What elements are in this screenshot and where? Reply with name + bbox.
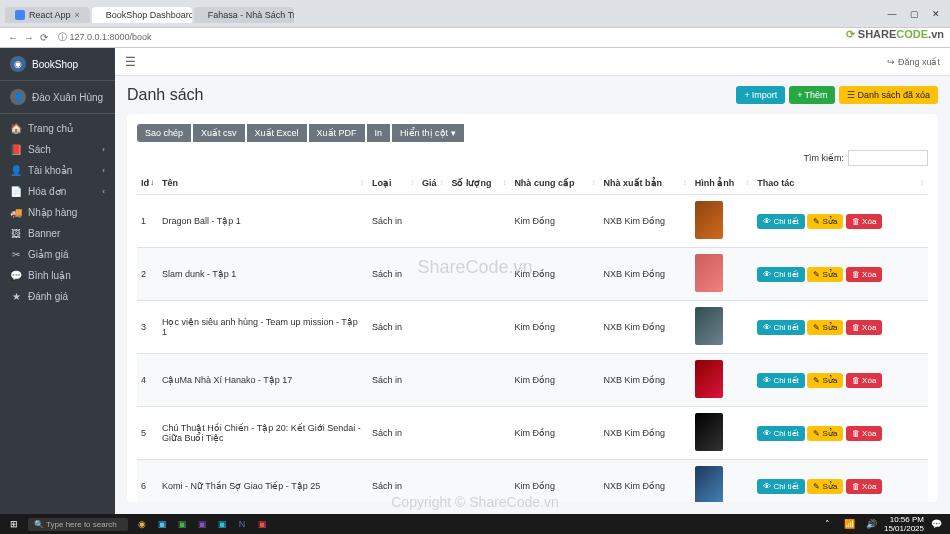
edit-button[interactable]: ✎ Sửa <box>807 267 843 282</box>
nav-icon: ✂ <box>10 249 22 260</box>
detail-button[interactable]: 👁 Chi tiết <box>757 479 805 494</box>
col-publisher[interactable]: Nhà xuất bản↕ <box>600 172 691 195</box>
import-button[interactable]: + Import <box>736 86 785 104</box>
col-supplier[interactable]: Nhà cung cấp↕ <box>510 172 599 195</box>
brand-icon: ◉ <box>10 56 26 72</box>
search-input[interactable] <box>848 150 928 166</box>
cell-price <box>418 248 448 301</box>
browser-tabs-bar: React App× BookShop Dashboard× Fahasa - … <box>0 0 950 28</box>
table-row: 5 Chú Thuật Hồi Chiến - Tập 20: Kết Giới… <box>137 407 928 460</box>
taskbar-date[interactable]: 15/01/2025 <box>884 524 924 533</box>
table-row: 3 Học viện siêu anh hùng - Team up missi… <box>137 301 928 354</box>
wifi-icon[interactable]: 📶 <box>842 516 858 532</box>
delete-button[interactable]: 🗑 Xóa <box>846 373 882 388</box>
tray-chevron-icon[interactable]: ˄ <box>820 516 836 532</box>
book-thumbnail <box>695 307 723 345</box>
col-name[interactable]: Tên↕ <box>158 172 368 195</box>
delete-button[interactable]: 🗑 Xóa <box>846 320 882 335</box>
sidebar-item[interactable]: 📕Sách‹ <box>0 139 115 160</box>
sidebar-item[interactable]: 🖼Banner <box>0 223 115 244</box>
cell-id: 5 <box>137 407 158 460</box>
print-button[interactable]: In <box>367 124 391 142</box>
edit-button[interactable]: ✎ Sửa <box>807 373 843 388</box>
delete-button[interactable]: 🗑 Xóa <box>846 426 882 441</box>
sidebar-item[interactable]: 💬Bình luận <box>0 265 115 286</box>
taskbar-app-icon[interactable]: N <box>234 516 250 532</box>
cell-image <box>691 248 753 301</box>
forward-button[interactable]: → <box>24 32 34 43</box>
sidebar-item[interactable]: 👤Tài khoản‹ <box>0 160 115 181</box>
sidebar-item[interactable]: 🏠Trang chủ <box>0 118 115 139</box>
browser-url-bar: ← → ⟳ ⓘ 127.0.0.1:8000/book <box>0 28 950 48</box>
col-qty[interactable]: Số lượng↕ <box>447 172 510 195</box>
cell-type: Sách in <box>368 195 418 248</box>
nav-icon: 💬 <box>10 270 22 281</box>
edit-button[interactable]: ✎ Sửa <box>807 214 843 229</box>
delete-button[interactable]: 🗑 Xóa <box>846 479 882 494</box>
detail-button[interactable]: 👁 Chi tiết <box>757 214 805 229</box>
detail-button[interactable]: 👁 Chi tiết <box>757 320 805 335</box>
volume-icon[interactable]: 🔊 <box>864 516 880 532</box>
col-price[interactable]: Giá↕ <box>418 172 448 195</box>
taskbar-app-icon[interactable]: ▣ <box>154 516 170 532</box>
col-id[interactable]: Id↑↓ <box>137 172 158 195</box>
taskbar-app-icon[interactable]: ▣ <box>214 516 230 532</box>
taskbar-app-icon[interactable]: ▣ <box>174 516 190 532</box>
detail-button[interactable]: 👁 Chi tiết <box>757 426 805 441</box>
col-type[interactable]: Loại↕ <box>368 172 418 195</box>
browser-tab[interactable]: React App× <box>5 7 90 23</box>
cell-publisher: NXB Kim Đồng <box>600 460 691 503</box>
delete-button[interactable]: 🗑 Xóa <box>846 214 882 229</box>
sidebar-item[interactable]: ✂Giảm giá <box>0 244 115 265</box>
col-image[interactable]: Hình ảnh↕ <box>691 172 753 195</box>
url-input[interactable]: ⓘ 127.0.0.1:8000/book <box>58 31 152 44</box>
add-button[interactable]: + Thêm <box>789 86 835 104</box>
minimize-button[interactable]: — <box>882 9 902 19</box>
notifications-icon[interactable]: 💬 <box>928 516 944 532</box>
taskbar-search[interactable]: 🔍 Type here to search <box>28 518 128 531</box>
nav-icon: 🖼 <box>10 228 22 239</box>
sidebar-item[interactable]: ★Đánh giá <box>0 286 115 307</box>
back-button[interactable]: ← <box>8 32 18 43</box>
close-icon[interactable]: × <box>75 10 80 20</box>
brand[interactable]: ◉ BookShop <box>0 48 115 81</box>
start-button[interactable]: ⊞ <box>6 516 22 532</box>
taskbar-app-icon[interactable]: ▣ <box>194 516 210 532</box>
cell-qty <box>447 354 510 407</box>
detail-button[interactable]: 👁 Chi tiết <box>757 373 805 388</box>
user-panel[interactable]: 👤 Đào Xuân Hùng <box>0 81 115 114</box>
cell-supplier: Kim Đồng <box>510 248 599 301</box>
cell-name: Dragon Ball - Tập 1 <box>158 195 368 248</box>
edit-button[interactable]: ✎ Sửa <box>807 320 843 335</box>
browser-tab[interactable]: Fahasa - Nhà Sách Trực Tuyến× <box>194 7 294 23</box>
cell-qty <box>447 301 510 354</box>
col-actions[interactable]: Thao tác↕ <box>753 172 928 195</box>
taskbar-app-icon[interactable]: ◉ <box>134 516 150 532</box>
cell-type: Sách in <box>368 354 418 407</box>
close-window-button[interactable]: ✕ <box>926 9 946 19</box>
detail-button[interactable]: 👁 Chi tiết <box>757 267 805 282</box>
cell-type: Sách in <box>368 407 418 460</box>
taskbar-app-icon[interactable]: ▣ <box>254 516 270 532</box>
taskbar-time[interactable]: 10:56 PM <box>884 515 924 524</box>
edit-button[interactable]: ✎ Sửa <box>807 479 843 494</box>
maximize-button[interactable]: ▢ <box>904 9 924 19</box>
hamburger-icon[interactable]: ☰ <box>125 55 136 69</box>
columns-dropdown[interactable]: Hiển thị cột <box>392 124 464 142</box>
browser-tab-active[interactable]: BookShop Dashboard× <box>92 7 192 23</box>
reload-button[interactable]: ⟳ <box>40 32 48 43</box>
export-pdf-button[interactable]: Xuất PDF <box>309 124 365 142</box>
edit-button[interactable]: ✎ Sửa <box>807 426 843 441</box>
table-row: 6 Komi - Nữ Thần Sợ Giao Tiếp - Tập 25 S… <box>137 460 928 503</box>
delete-button[interactable]: 🗑 Xóa <box>846 267 882 282</box>
book-thumbnail <box>695 360 723 398</box>
export-excel-button[interactable]: Xuất Excel <box>247 124 307 142</box>
export-csv-button[interactable]: Xuất csv <box>193 124 245 142</box>
tab-title: BookShop Dashboard <box>106 10 192 20</box>
copy-button[interactable]: Sao chép <box>137 124 191 142</box>
deleted-list-button[interactable]: ☰ Danh sách đã xóa <box>839 86 938 104</box>
logout-link[interactable]: ↪ Đăng xuất <box>887 57 940 67</box>
sidebar-item[interactable]: 📄Hóa đơn‹ <box>0 181 115 202</box>
sidebar-item[interactable]: 🚚Nhập hàng <box>0 202 115 223</box>
cell-image <box>691 460 753 503</box>
